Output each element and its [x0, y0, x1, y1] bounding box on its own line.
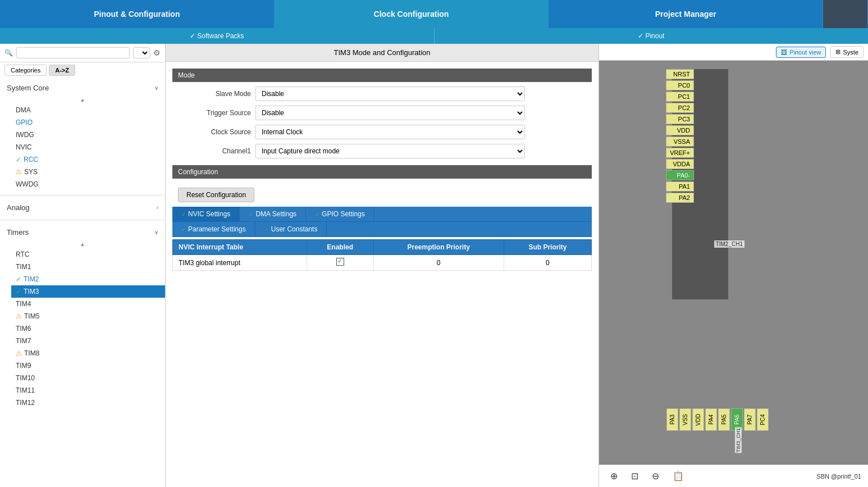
pin-pa0[interactable]: PA0- [666, 170, 694, 180]
pinout-view-button[interactable]: 🖼 Pinout view [776, 47, 826, 58]
sidebar-item-rcc[interactable]: ✓ RCC [11, 153, 165, 166]
pin-pc4[interactable]: PC4 [757, 408, 769, 431]
pinout-view-icon: 🖼 [781, 49, 787, 56]
nav-clock-config[interactable]: Clock Configuration [275, 0, 549, 28]
nav-extra[interactable] [823, 0, 868, 28]
slave-mode-row: Slave Mode Disable [172, 87, 592, 101]
nav-pinout-config[interactable]: Pinout & Configuration [0, 0, 275, 28]
pin-nrst[interactable]: NRST [666, 69, 694, 79]
divider-1 [0, 195, 165, 195]
pin-vssa[interactable]: VSSA [666, 136, 694, 147]
sidebar-item-tim1[interactable]: TIM1 [11, 261, 165, 273]
content-header: TIM3 Mode and Configuration [166, 44, 599, 62]
tab-categories[interactable]: Categories [4, 65, 47, 76]
slave-mode-select[interactable]: Disable [255, 87, 525, 101]
sub-priority: 0 [504, 255, 591, 271]
pin-pa7[interactable]: PA7 [744, 408, 756, 431]
sidebar-item-tim3[interactable]: ✓ TIM3 [11, 285, 165, 298]
section-system-core: System Core ∨ ▲ DMA GPIO IWDG NVIC ✓ [0, 78, 165, 193]
config-section-header: Configuration [172, 165, 592, 179]
tab-az[interactable]: A->Z [49, 65, 75, 76]
zoom-tools: ⊕ ⊡ ⊖ 📋 [606, 468, 688, 484]
sidebar-item-tim8[interactable]: ⚠ TIM8 [11, 347, 165, 359]
subnav-pinout[interactable]: ✓ Pinout [435, 32, 869, 40]
check-icon-param: ✓ [181, 226, 186, 233]
sidebar-item-tim12[interactable]: TIM12 [11, 397, 165, 409]
nav-project-manager[interactable]: Project Manager [549, 0, 823, 28]
timers-header[interactable]: Timers ∨ [0, 225, 165, 240]
enabled-checkbox[interactable] [336, 258, 344, 266]
chevron-down-icon: ∨ [154, 85, 158, 91]
search-input[interactable] [16, 47, 130, 58]
pin-vref[interactable]: VREF+ [666, 148, 694, 158]
tab-parameter-settings[interactable]: ✓ Parameter Settings [172, 222, 255, 236]
pin-vdda[interactable]: VDDA [666, 159, 694, 169]
slave-mode-label: Slave Mode [178, 90, 251, 98]
clock-source-select[interactable]: Internal Clock [255, 125, 525, 139]
sidebar-item-tim7[interactable]: TIM7 [11, 335, 165, 347]
system-view-button[interactable]: ⊞ Syste [830, 46, 864, 58]
trigger-source-row: Trigger Source Disable [172, 106, 592, 120]
interrupt-enabled[interactable] [307, 255, 373, 271]
pin-pc3[interactable]: PC3 [666, 114, 694, 124]
sidebar-item-dma[interactable]: DMA [11, 104, 165, 116]
sidebar-item-tim6[interactable]: TIM6 [11, 322, 165, 335]
sidebar-item-gpio[interactable]: GPIO [11, 116, 165, 129]
analog-header[interactable]: Analog › [0, 200, 165, 215]
check-icon-nvic: ✓ [181, 211, 186, 217]
sidebar-item-tim10[interactable]: TIM10 [11, 372, 165, 384]
main-layout: 🔍 ⚙ Categories A->Z System Core ∨ ▲ DMA [0, 44, 868, 487]
export-button[interactable]: 📋 [668, 468, 688, 484]
tabs-row-2: ✓ Parameter Settings ✓ User Constants [172, 222, 592, 237]
wwdg-label: WWDG [16, 180, 39, 188]
check-icon-gpio: ✓ [315, 211, 319, 217]
sidebar-item-tim4[interactable]: TIM4 [11, 298, 165, 310]
tab-gpio-settings[interactable]: ✓ GPIO Settings [306, 207, 374, 221]
check-icon-tim3: ✓ [16, 288, 21, 295]
gear-icon[interactable]: ⚙ [153, 48, 161, 57]
sidebar-item-rtc[interactable]: RTC [11, 248, 165, 261]
check-icon-user: ✓ [264, 226, 269, 233]
pin-vdd-b[interactable]: VDD [692, 408, 704, 431]
frame-button[interactable]: ⊡ [627, 468, 643, 484]
pin-pc0[interactable]: PC0 [666, 80, 694, 90]
pin-pa4[interactable]: PA4 [705, 408, 717, 431]
tab-user-constants[interactable]: ✓ User Constants [255, 222, 327, 236]
scroll-up-btn-2[interactable]: ▲ [0, 240, 165, 248]
zoom-out-button[interactable]: ⊖ [647, 468, 664, 484]
sidebar-item-tim2[interactable]: ✓ TIM2 [11, 273, 165, 285]
sidebar-item-iwdg[interactable]: IWDG [11, 129, 165, 141]
reset-configuration-button[interactable]: Reset Configuration [178, 188, 254, 202]
pin-pa2[interactable]: PA2 [666, 193, 694, 203]
status-text: SBN @printf_01 [816, 473, 861, 480]
check-icon-rcc: ✓ [16, 156, 21, 163]
pin-vdd[interactable]: VDD [666, 125, 694, 135]
subnav-software-packs[interactable]: ✓ Software Packs [0, 32, 434, 40]
channel1-select[interactable]: Input Capture direct mode [255, 144, 525, 158]
pin-pa1[interactable]: PA1 [666, 181, 694, 192]
scroll-up-btn[interactable]: ▲ [0, 95, 165, 104]
pin-pc2[interactable]: PC2 [666, 103, 694, 113]
search-dropdown[interactable] [133, 47, 150, 58]
zoom-in-button[interactable]: ⊕ [606, 468, 622, 484]
bottom-pins: PA3 VSS VDD PA4 PA5 PA6 PA7 PC4 [666, 408, 769, 431]
sidebar-item-tim9[interactable]: TIM9 [11, 359, 165, 372]
sidebar-item-sys[interactable]: ⚠ SYS [11, 166, 165, 178]
pin-vss[interactable]: VSS [679, 408, 691, 431]
pin-pc1[interactable]: PC1 [666, 92, 694, 102]
timers-items: RTC TIM1 ✓ TIM2 ✓ TIM3 TIM4 ⚠ TIM5 TIM6 … [0, 248, 165, 409]
warn-icon-tim5: ⚠ [16, 312, 22, 320]
preemption-priority: 0 [373, 255, 504, 271]
pin-pa5[interactable]: PA5 [718, 408, 730, 431]
trigger-source-select[interactable]: Disable [255, 106, 525, 120]
section-timers: Timers ∨ ▲ RTC TIM1 ✓ TIM2 ✓ TIM3 TIM4 ⚠… [0, 222, 165, 411]
sidebar-item-tim11[interactable]: TIM11 [11, 384, 165, 397]
tab-nvic-settings[interactable]: ✓ NVIC Settings [172, 207, 240, 221]
sidebar-item-wwdg[interactable]: WWDG [11, 178, 165, 190]
sidebar-item-tim5[interactable]: ⚠ TIM5 [11, 310, 165, 322]
sidebar-item-nvic[interactable]: NVIC [11, 141, 165, 153]
tab-dma-settings[interactable]: ✓ DMA Settings [240, 207, 306, 221]
check-icon-dma: ✓ [249, 211, 253, 217]
pin-pa3[interactable]: PA3 [666, 408, 678, 431]
system-core-header[interactable]: System Core ∨ [0, 80, 165, 95]
